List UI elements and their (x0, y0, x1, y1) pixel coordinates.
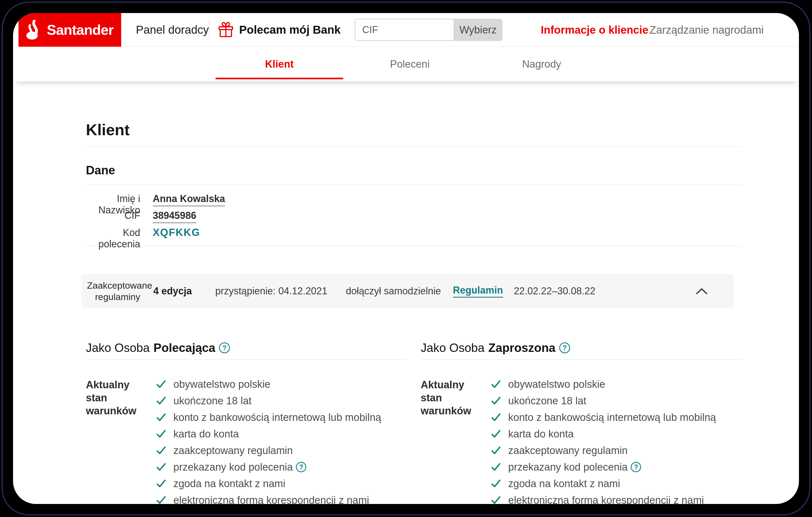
check-icon (156, 479, 166, 489)
screenshot-frame: Santander Panel doradcy Polecam mój Bank… (0, 0, 812, 517)
check-icon (491, 396, 501, 406)
regulamin-link[interactable]: Regulamin (453, 284, 503, 298)
chevron-up-icon[interactable] (695, 287, 708, 295)
tab-nagrody[interactable]: Nagrody (476, 47, 607, 82)
rewards-management-link[interactable]: Zarządzanie nagrodami (649, 13, 764, 47)
condition-item: przekazany kod polecenia ? (491, 461, 716, 473)
help-icon[interactable]: ? (559, 342, 570, 353)
referral-code-label: Kod polecenia (86, 227, 140, 250)
check-icon (156, 462, 166, 472)
client-info-link[interactable]: Informacje o kliencie (541, 13, 648, 47)
check-icon (156, 379, 166, 389)
column-divider (86, 359, 407, 360)
condition-item: obywatelstwo polskie (491, 378, 716, 390)
check-icon (156, 396, 166, 406)
page-title: Klient (86, 120, 742, 139)
status-label: Aktualny stan warunków (421, 378, 477, 504)
condition-label: karta do konta (508, 428, 574, 440)
condition-label: ukończone 18 lat (508, 395, 586, 407)
condition-item: zgoda na kontakt z nami (491, 478, 716, 490)
check-icon (156, 495, 166, 504)
table-row: CIF 38945986 (86, 210, 742, 222)
check-icon (156, 445, 166, 456)
top-bar: Santander Panel doradcy Polecam mój Bank… (13, 13, 799, 47)
tab-poleceni[interactable]: Poleceni (345, 47, 475, 82)
cif-label: CIF (86, 210, 140, 221)
condition-item: przekazany kod polecenia ? (156, 461, 381, 473)
role-heading-name: Polecająca (153, 340, 215, 356)
condition-item: zaakceptowany regulamin (491, 445, 716, 456)
check-icon (156, 412, 166, 423)
browser-page: Santander Panel doradcy Polecam mój Bank… (13, 13, 799, 504)
help-icon[interactable]: ? (631, 462, 641, 472)
conditions-list: obywatelstwo polskie (491, 378, 716, 504)
condition-label: konto z bankowością internetową lub mobi… (173, 412, 381, 423)
role-heading-prefix: Jako Osoba (86, 340, 150, 356)
cif-input[interactable] (355, 19, 454, 41)
role-column-zaproszona: Jako Osoba Zaproszona ? Aktualny stan wa… (421, 340, 742, 504)
condition-item: konto z bankowością internetową lub mobi… (491, 412, 716, 423)
column-divider (421, 359, 742, 360)
condition-label: obywatelstwo polskie (508, 378, 605, 390)
header-divider (209, 20, 209, 40)
condition-item: konto z bankowością internetową lub mobi… (156, 412, 381, 423)
dane-section-title: Dane (86, 163, 742, 178)
joining-date-text: przystąpienie: 04.12.2021 (215, 285, 327, 297)
condition-item: ukończone 18 lat (156, 395, 381, 407)
role-heading: Jako Osoba Zaproszona ? (421, 340, 742, 356)
check-icon (491, 445, 501, 456)
check-icon (491, 495, 501, 504)
joining-method-text: dołączył samodzielnie (346, 285, 441, 297)
role-heading-name: Zaproszona (488, 340, 555, 356)
condition-label: ukończone 18 lat (173, 395, 251, 407)
brand-wordmark: Santander (47, 22, 113, 38)
validity-period-text: 22.02.22–30.08.22 (514, 285, 596, 297)
regulations-panel: Zaakceptowane regulaminy 4 edycja przyst… (82, 274, 734, 308)
cif-search-group: Wybierz (355, 19, 502, 41)
check-icon (491, 429, 501, 439)
condition-label: zgoda na kontakt z nami (508, 478, 620, 490)
condition-item: ukończone 18 lat (491, 395, 716, 407)
condition-label: elektroniczna forma korespondencji z nam… (173, 494, 369, 504)
edition-text: 4 edycja (153, 285, 192, 297)
role-body: Aktualny stan warunków obywatelstwo pols… (421, 378, 742, 504)
condition-item: zgoda na kontakt z nami (156, 478, 381, 490)
role-column-polecajaca: Jako Osoba Polecająca ? Aktualny stan wa… (86, 340, 407, 504)
main-content: Klient Dane Imię i Nazwisko Anna Kowalsk… (86, 82, 742, 504)
check-icon (491, 412, 501, 423)
condition-label: przekazany kod polecenia ? (508, 461, 641, 473)
role-heading-prefix: Jako Osoba (421, 340, 485, 356)
client-data: Imię i Nazwisko Anna Kowalska CIF 389459… (86, 193, 742, 239)
cif-value-link[interactable]: 38945986 (153, 210, 196, 223)
program-title: Polecam mój Bank (239, 13, 341, 47)
role-columns: Jako Osoba Polecająca ? Aktualny stan wa… (86, 340, 742, 504)
condition-label: przekazany kod polecenia ? (173, 461, 306, 473)
status-label: Aktualny stan warunków (86, 378, 142, 504)
divider (86, 184, 742, 185)
condition-label: zaakceptowany regulamin (508, 445, 628, 456)
check-icon (491, 462, 501, 472)
condition-label: karta do konta (173, 428, 239, 440)
client-name-link[interactable]: Anna Kowalska (153, 193, 225, 206)
condition-item: karta do konta (156, 428, 381, 440)
gift-icon (218, 13, 234, 47)
condition-label: zaakceptowany regulamin (173, 445, 293, 456)
tab-klient[interactable]: Klient (214, 47, 345, 82)
flame-icon (26, 20, 42, 40)
condition-item: zaakceptowany regulamin (156, 445, 381, 456)
condition-item: obywatelstwo polskie (156, 378, 381, 390)
divider (86, 146, 742, 147)
condition-label: konto z bankowością internetową lub mobi… (508, 412, 716, 423)
role-heading: Jako Osoba Polecająca ? (86, 340, 407, 356)
role-body: Aktualny stan warunków obywatelstwo pols… (86, 378, 407, 504)
condition-label: elektroniczna forma korespondencji z nam… (508, 494, 704, 504)
help-icon[interactable]: ? (296, 462, 306, 472)
select-client-button[interactable]: Wybierz (454, 19, 502, 41)
table-row: Kod polecenia XQFKKG (86, 227, 742, 239)
condition-item: elektroniczna forma korespondencji z nam… (491, 494, 716, 504)
santander-logo[interactable]: Santander (19, 13, 121, 47)
regulations-label: Zaakceptowane regulaminy (87, 280, 140, 303)
condition-label: obywatelstwo polskie (173, 378, 270, 390)
help-icon[interactable]: ? (219, 342, 230, 353)
divider (86, 246, 742, 246)
